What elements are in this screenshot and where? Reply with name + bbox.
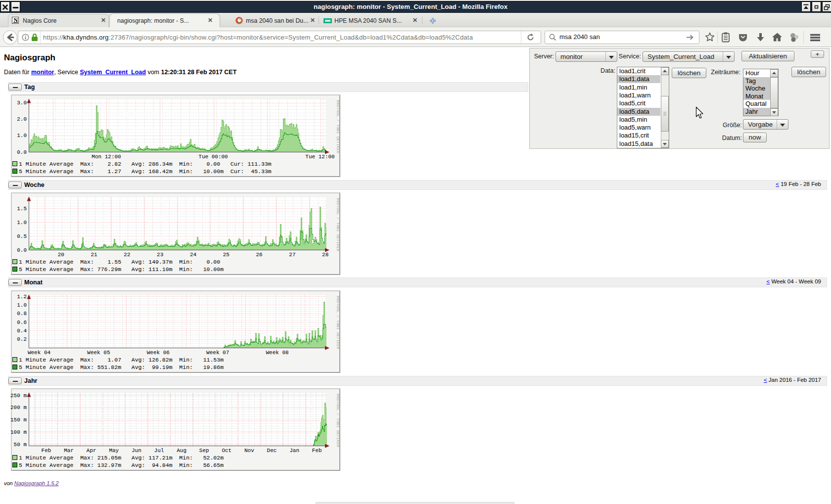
svg-text:Week 06: Week 06 xyxy=(147,350,170,356)
svg-text:0.2: 0.2 xyxy=(17,336,27,342)
svg-text:RRDTOOL / TOBI OETIKER: RRDTOOL / TOBI OETIKER xyxy=(336,296,340,349)
svg-text:RRDTOOL / TOBI OETIKER: RRDTOOL / TOBI OETIKER xyxy=(336,100,340,153)
svg-text:2.0: 2.0 xyxy=(17,116,27,122)
svg-text:RRDTOOL / TOBI OETIKER: RRDTOOL / TOBI OETIKER xyxy=(336,394,340,447)
svg-text:1.2: 1.2 xyxy=(17,294,27,300)
svg-text:Feb: Feb xyxy=(312,448,322,454)
svg-text:1 Minute Average Max: 1.07: 1 Minute Average Max: 1.07 Avg: 126.82m … xyxy=(19,357,224,363)
svg-text:Jul: Jul xyxy=(154,448,164,454)
svg-text:1 Minute Average Max: 1.55: 1 Minute Average Max: 1.55 Avg: 149.37m … xyxy=(19,259,220,265)
svg-text:5 Minute Average Max: 132.97m: 5 Minute Average Max: 132.97m Avg: 94.84… xyxy=(19,462,224,468)
svg-text:Aug: Aug xyxy=(177,448,186,454)
svg-text:1.0: 1.0 xyxy=(17,220,27,226)
svg-text:50 m: 50 m xyxy=(14,442,27,448)
svg-text:250 m: 250 m xyxy=(10,393,27,399)
svg-text:200 m: 200 m xyxy=(10,405,27,411)
svg-text:0.4: 0.4 xyxy=(17,328,27,334)
svg-text:Feb: Feb xyxy=(42,448,51,454)
svg-text:Week 07: Week 07 xyxy=(206,350,229,356)
svg-text:1.5: 1.5 xyxy=(17,206,27,212)
svg-text:0.8: 0.8 xyxy=(17,311,27,317)
svg-text:May: May xyxy=(109,448,119,454)
svg-text:1.0: 1.0 xyxy=(17,302,27,308)
svg-text:28: 28 xyxy=(322,252,328,258)
svg-text:0.0: 0.0 xyxy=(17,247,27,253)
svg-text:20: 20 xyxy=(58,252,64,258)
svg-text:22: 22 xyxy=(124,252,130,258)
svg-text:Tue 12:00: Tue 12:00 xyxy=(305,154,334,160)
svg-text:5 Minute Average Max: 776.29m: 5 Minute Average Max: 776.29m Avg: 111.1… xyxy=(19,266,224,273)
svg-text:24: 24 xyxy=(190,252,197,258)
svg-text:1 Minute Average Max: 215.05m: 1 Minute Average Max: 215.05m Avg: 117.2… xyxy=(19,455,224,461)
svg-text:27: 27 xyxy=(289,252,295,258)
svg-text:150 m: 150 m xyxy=(10,417,27,423)
svg-text:Nov: Nov xyxy=(244,448,254,454)
svg-text:Oct: Oct xyxy=(222,448,231,454)
svg-text:25: 25 xyxy=(223,252,230,258)
svg-text:5 Minute Average Max: 551.82m: 5 Minute Average Max: 551.82m Avg: 99.19… xyxy=(19,364,224,370)
svg-text:23: 23 xyxy=(157,252,163,258)
svg-text:Week 05: Week 05 xyxy=(87,350,110,356)
svg-text:Jan: Jan xyxy=(289,448,299,454)
svg-text:Tue 00:00: Tue 00:00 xyxy=(198,154,228,160)
svg-text:100 m: 100 m xyxy=(10,429,27,435)
svg-text:3.0: 3.0 xyxy=(17,100,27,106)
svg-text:5 Minute Average Max: 1.27: 5 Minute Average Max: 1.27 Avg: 168.42m … xyxy=(19,168,272,175)
svg-text:1 Minute Average Max: 2.82: 1 Minute Average Max: 2.82 Avg: 286.34m … xyxy=(19,161,272,167)
svg-text:26: 26 xyxy=(256,252,262,258)
svg-text:21: 21 xyxy=(91,252,97,258)
svg-text:0.0: 0.0 xyxy=(17,149,27,155)
svg-text:Mar: Mar xyxy=(64,448,74,454)
svg-text:0.5: 0.5 xyxy=(17,233,27,239)
svg-text:Sep: Sep xyxy=(199,448,209,454)
svg-text:1.0: 1.0 xyxy=(17,133,27,138)
svg-text:Jun: Jun xyxy=(132,448,141,454)
svg-text:0.6: 0.6 xyxy=(17,320,27,325)
svg-text:Mon 12:00: Mon 12:00 xyxy=(92,154,121,160)
svg-text:RRDTOOL / TOBI OETIKER: RRDTOOL / TOBI OETIKER xyxy=(336,198,340,251)
svg-text:Apr: Apr xyxy=(87,448,96,454)
svg-text:Week 08: Week 08 xyxy=(266,350,288,356)
svg-text:Dec: Dec xyxy=(267,448,277,454)
svg-text:Week 04: Week 04 xyxy=(28,350,51,356)
